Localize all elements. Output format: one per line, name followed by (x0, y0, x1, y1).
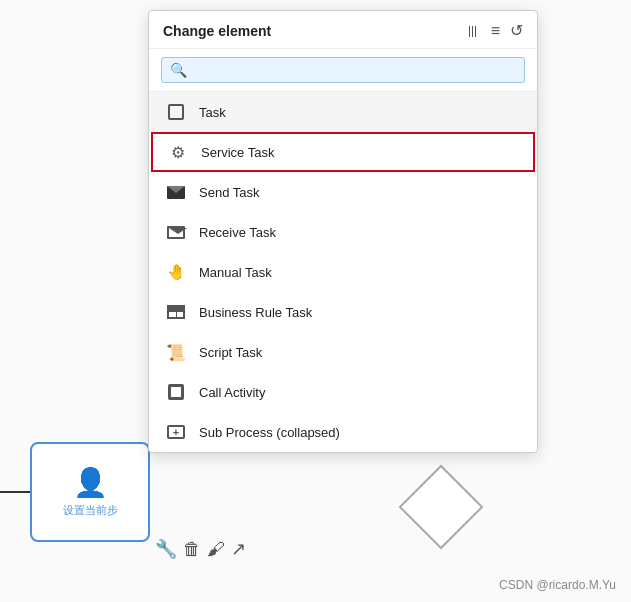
bpmn-task-node[interactable]: 👤 设置当前步 (30, 442, 150, 542)
delete-icon[interactable]: 🗑 (183, 539, 201, 560)
paint-icon[interactable]: 🖌 (207, 539, 225, 560)
panel-header-icons: ⫼ ≡ ↺ (465, 21, 523, 40)
sub-process-icon: + (165, 421, 187, 443)
call-activity-icon (165, 381, 187, 403)
menu-item-call-activity[interactable]: Call Activity (149, 372, 537, 412)
menu-icon[interactable]: ≡ (491, 22, 500, 40)
arrow-icon[interactable]: ↗ (231, 538, 246, 560)
menu-item-script-task[interactable]: 📜 Script Task (149, 332, 537, 372)
task-node-label: 设置当前步 (63, 503, 118, 518)
menu-item-task-label: Task (199, 105, 226, 120)
reset-icon[interactable]: ↺ (510, 21, 523, 40)
send-task-icon (165, 181, 187, 203)
search-icon: 🔍 (170, 62, 187, 78)
element-type-list: Task ⚙ Service Task Send Task Receive Ta… (149, 92, 537, 452)
search-input-wrapper[interactable]: 🔍 (161, 57, 525, 83)
search-input[interactable] (193, 63, 516, 78)
wrench-icon[interactable]: 🔧 (155, 538, 177, 560)
toolbar-icons: 🔧 🗑 🖌 ↗ (155, 538, 246, 560)
menu-item-manual-task-label: Manual Task (199, 265, 272, 280)
panel-title: Change element (163, 23, 271, 39)
change-element-panel: Change element ⫼ ≡ ↺ 🔍 Task ⚙ Service Ta… (148, 10, 538, 453)
menu-item-receive-task-label: Receive Task (199, 225, 276, 240)
menu-item-business-rule-task-label: Business Rule Task (199, 305, 312, 320)
business-rule-task-icon (165, 301, 187, 323)
manual-task-icon: 🤚 (165, 261, 187, 283)
menu-item-business-rule-task[interactable]: Business Rule Task (149, 292, 537, 332)
menu-item-service-task[interactable]: ⚙ Service Task (151, 132, 535, 172)
columns-icon[interactable]: ⫼ (465, 22, 481, 40)
task-icon (165, 101, 187, 123)
menu-item-task[interactable]: Task (149, 92, 537, 132)
receive-task-icon (165, 221, 187, 243)
menu-item-service-task-label: Service Task (201, 145, 274, 160)
menu-item-send-task[interactable]: Send Task (149, 172, 537, 212)
menu-item-manual-task[interactable]: 🤚 Manual Task (149, 252, 537, 292)
service-task-icon: ⚙ (167, 141, 189, 163)
watermark-text: CSDN @ricardo.M.Yu (499, 578, 616, 592)
search-box: 🔍 (149, 49, 537, 92)
menu-item-sub-process-label: Sub Process (collapsed) (199, 425, 340, 440)
menu-item-send-task-label: Send Task (199, 185, 259, 200)
menu-item-sub-process[interactable]: + Sub Process (collapsed) (149, 412, 537, 452)
panel-header: Change element ⫼ ≡ ↺ (149, 11, 537, 49)
menu-item-call-activity-label: Call Activity (199, 385, 265, 400)
task-node-icon: 👤 (73, 466, 108, 499)
menu-item-receive-task[interactable]: Receive Task (149, 212, 537, 252)
watermark: CSDN @ricardo.M.Yu (499, 578, 616, 592)
menu-item-script-task-label: Script Task (199, 345, 262, 360)
script-task-icon: 📜 (165, 341, 187, 363)
